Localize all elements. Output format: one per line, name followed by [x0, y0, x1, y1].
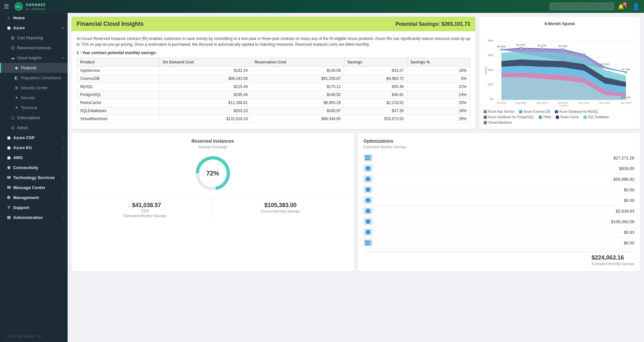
svg-text:$3.68M: $3.68M — [497, 45, 506, 48]
col-savings: Savings — [344, 58, 407, 67]
cloud-chevron: ▾ — [62, 56, 64, 60]
opt-row: i$939.00 — [364, 163, 634, 174]
sidebar-item-management[interactable]: ⚙ Management › — [0, 193, 68, 203]
svg-text:$3M: $3M — [488, 53, 494, 57]
logo-sub: GL Lightstream — [26, 7, 45, 11]
opt-row-icon: i — [364, 165, 373, 172]
azure-ea-icon: ◼ — [6, 145, 11, 150]
sidebar-item-administration[interactable]: ⊞ Administration › — [0, 213, 68, 223]
sidebar-item-azure[interactable]: ◼ Azure ▾ — [0, 23, 68, 33]
azure-ea-chevron: › — [63, 146, 64, 149]
spend-chart: $0 $1M $2M $3M $4M Spend — [484, 29, 636, 106]
table-row: SQLDatabases$203.23$165.97$37.2618% — [77, 107, 470, 115]
svg-text:i: i — [367, 198, 368, 202]
ri-stat-icon: ℹ — [129, 204, 130, 208]
message-center-icon: ✉ — [6, 185, 11, 190]
col-on-demand: On Demand Cost — [159, 58, 251, 67]
sidebar-item-azure-ea[interactable]: ◼ Azure EA › — [0, 143, 68, 153]
svg-point-28 — [541, 48, 543, 50]
sidebar-item-tech-services[interactable]: ✉ Technology Services › — [0, 173, 68, 183]
hamburger-icon[interactable]: ☰ — [4, 3, 9, 10]
opt-rows: $27,271.28i$939.00i$59,986.92i$0.00i$0.0… — [364, 153, 634, 248]
table-row: MySQL$215.48$170.12$45.3621% — [77, 83, 470, 91]
user-icon[interactable]: 👤 — [632, 3, 640, 10]
opt-row-value: $939.00 — [619, 166, 634, 171]
sidebar-item-subscriptions[interactable]: ⬡ Subscriptions — [0, 113, 68, 123]
sidebar-item-cloud-insights[interactable]: ☁ Cloud Insights ▾ — [0, 53, 68, 63]
sidebar-item-connectivity[interactable]: ⊛ Connectivity › — [0, 163, 68, 173]
azure-icon: ◼ — [6, 25, 11, 30]
sidebar-item-cost-reporting[interactable]: ⊞ Cost Reporting › — [0, 33, 68, 43]
opt-total-label: Estimated Monthly Savings — [592, 262, 634, 266]
svg-text:Month: Month — [560, 104, 568, 106]
technical-icon: ✦ — [14, 105, 19, 110]
sidebar-item-security-center[interactable]: ⊕ Security Center — [0, 83, 68, 93]
legend-redis: Redis Cache — [556, 115, 579, 119]
subscriptions-icon: ⬡ — [10, 115, 15, 120]
cost-reporting-chevron: › — [63, 36, 64, 40]
opt-row-value: $0.00 — [624, 198, 634, 203]
opt-row-icon: i — [364, 186, 373, 193]
bell-icon[interactable]: 🔔 0 — [618, 4, 624, 10]
sidebar-item-home[interactable]: ⌂ Home — [0, 13, 68, 23]
sidebar-item-admin[interactable]: ⊙ Admin › — [0, 123, 68, 133]
aws-icon: ◼ — [6, 155, 11, 160]
home-icon: ⌂ — [6, 15, 11, 20]
legend-mysql: Azure Database for MySQL — [555, 110, 599, 113]
svg-text:$1M: $1M — [488, 83, 494, 86]
sidebar-item-support[interactable]: ? Support — [0, 203, 68, 213]
svg-text:$3.53M: $3.53M — [559, 45, 567, 48]
sidebar-item-regulatory[interactable]: ◧ Regulatory Compliance — [0, 73, 68, 83]
ri-stat-estimated: ℹ $41,038.57 72% Estimated Monthly Savin… — [77, 198, 213, 222]
ri-stat-current: $105,383.00 Current Monthly Savings — [213, 198, 348, 222]
opt-row-icon — [364, 239, 373, 246]
security-icon: ✦ — [14, 95, 19, 100]
administration-icon: ⊞ — [6, 215, 11, 220]
svg-point-45 — [370, 156, 371, 157]
opt-row: i$109,360.58 — [364, 216, 634, 227]
notification-badge: 0 — [623, 2, 627, 6]
ri-donut-wrapper: 72% — [77, 154, 348, 193]
legend-app-service: Azure App Service — [484, 110, 515, 113]
ri-chevron: › — [63, 46, 64, 50]
topnav: ☰ GL connect GL Lightstream 🔔 0 ▾ 👤 — [0, 0, 644, 13]
sidebar-item-message-center[interactable]: ✉ Message Center — [0, 183, 68, 193]
opt-row: i$2,638.83 — [364, 206, 634, 216]
sidebar-item-financial[interactable]: ◈ Financial — [0, 63, 68, 73]
opt-total-row: $224,063.16 Estimated Monthly Savings — [364, 252, 634, 266]
opt-row-value: $59,986.92 — [613, 177, 634, 182]
svg-point-63 — [370, 241, 371, 242]
svg-text:$3.76M: $3.76M — [516, 43, 525, 46]
ri-stat-pct: 72% — [81, 209, 209, 213]
opt-row: i$59,986.92 — [364, 174, 634, 185]
opt-row-icon: i — [364, 176, 373, 183]
regulatory-icon: ◧ — [14, 75, 19, 80]
ri-stats: ℹ $41,038.57 72% Estimated Monthly Savin… — [77, 198, 348, 222]
azure-csp-icon: ◼ — [6, 135, 11, 140]
sidebar-item-technical[interactable]: ✦ Technical — [0, 103, 68, 113]
sidebar-item-azure-csp[interactable]: ◼ Azure CSP › — [0, 133, 68, 143]
sidebar-item-reserved-instances[interactable]: ⊡ Reserved Instances › — [0, 43, 68, 53]
svg-point-32 — [625, 71, 627, 73]
contract-note: 1 - Year contract potential monthly savi… — [77, 51, 470, 55]
svg-point-30 — [583, 53, 585, 55]
management-chevron: › — [63, 196, 64, 199]
logo-text: connect — [26, 2, 45, 7]
opt-row: i$0.83 — [364, 227, 634, 238]
main-content: Financial Cloud Insights Potential Savin… — [68, 13, 644, 342]
azure-chevron: ▾ — [62, 26, 64, 30]
svg-text:GL: GL — [16, 5, 21, 8]
sidebar-item-aws[interactable]: ◼ AWS › — [0, 153, 68, 163]
ri-donut: 72% — [194, 154, 232, 193]
sidebar-item-security[interactable]: ✦ Security — [0, 93, 68, 103]
administration-chevron: › — [63, 216, 64, 219]
sidebar-footer: © 2023 Lightstream ⓘ — [0, 330, 68, 342]
svg-text:i: i — [367, 177, 368, 181]
logo: GL connect GL Lightstream — [14, 2, 45, 11]
opt-row-value: $0.00 — [624, 241, 634, 245]
opt-row-value: $27,271.28 — [613, 156, 634, 160]
svg-text:Oct 2022: Oct 2022 — [558, 101, 568, 104]
search-input[interactable] — [550, 3, 614, 10]
connectivity-icon: ⊛ — [6, 165, 11, 170]
svg-text:$2.74M: $2.74M — [621, 68, 630, 71]
